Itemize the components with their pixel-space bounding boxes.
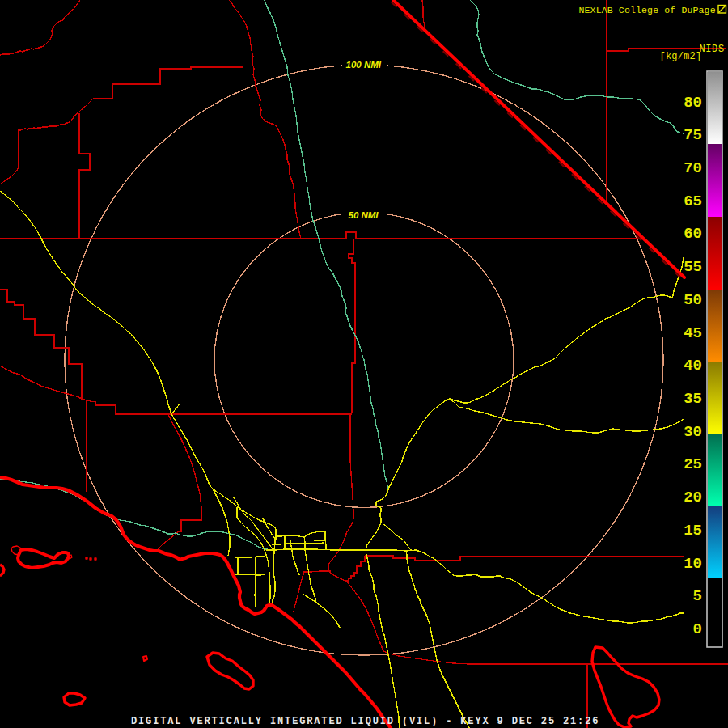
svg-text:70: 70 [684, 159, 702, 177]
svg-text:75: 75 [684, 126, 702, 144]
svg-text:60: 60 [684, 225, 702, 243]
svg-text:50 NMI: 50 NMI [349, 210, 379, 220]
svg-text:15: 15 [684, 522, 702, 540]
svg-text:0: 0 [693, 620, 702, 638]
svg-text:50: 50 [684, 291, 702, 309]
svg-text:NEXLAB-College of DuPage: NEXLAB-College of DuPage [579, 5, 716, 15]
svg-text:100 NMI: 100 NMI [346, 60, 382, 70]
svg-text:[kg/m2]: [kg/m2] [660, 51, 702, 62]
svg-text:5: 5 [693, 587, 702, 605]
svg-text:NIDS: NIDS [700, 44, 725, 55]
svg-text:40: 40 [684, 357, 702, 375]
svg-text:10: 10 [684, 555, 702, 573]
svg-text:35: 35 [684, 390, 702, 408]
svg-text:65: 65 [684, 193, 702, 210]
svg-text:30: 30 [684, 423, 702, 441]
svg-text:55: 55 [684, 258, 702, 276]
svg-text:20: 20 [684, 489, 702, 506]
svg-text:45: 45 [684, 324, 702, 342]
svg-text:DIGITAL VERTICALLY INTEGRATED: DIGITAL VERTICALLY INTEGRATED LIQUID (VI… [131, 716, 599, 727]
svg-text:25: 25 [684, 455, 702, 473]
svg-text:80: 80 [684, 94, 702, 112]
